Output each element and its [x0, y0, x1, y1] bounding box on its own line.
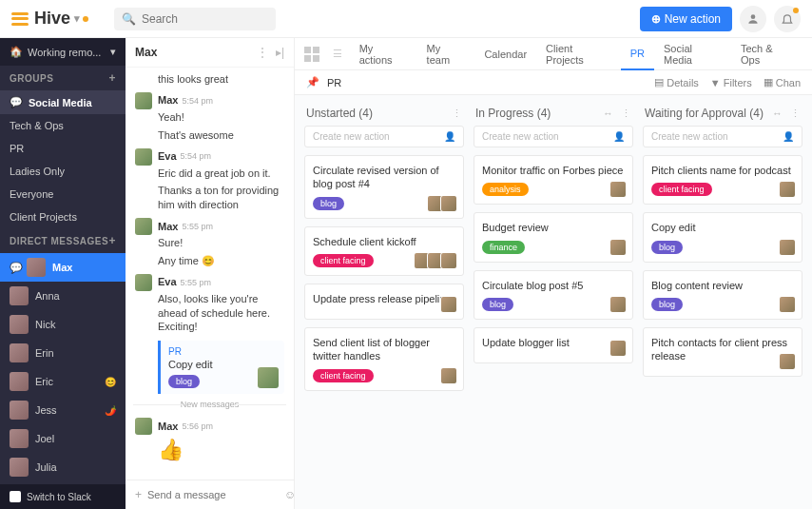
switch-to-slack[interactable]: Switch to Slack [0, 484, 126, 509]
chat-message: Any time 😊 [126, 253, 294, 271]
action-card[interactable]: Schedule client kickoffclient facing [304, 226, 464, 276]
sidebar-dm[interactable]: Julia [0, 453, 126, 481]
bell-icon[interactable] [774, 6, 801, 32]
plus-icon: ⊕ [651, 12, 661, 26]
collapse-icon[interactable]: ▸| [276, 46, 284, 59]
assignee-icon[interactable]: 👤 [783, 131, 794, 142]
tab[interactable]: Calendar [474, 38, 536, 70]
sidebar-dm[interactable]: Erin [0, 339, 126, 367]
status-text: Working remo... [28, 47, 101, 58]
action-card[interactable]: Send client list of blogger twitter hand… [304, 327, 464, 391]
details-button[interactable]: ▤Details [654, 76, 699, 88]
add-dm-icon[interactable]: + [108, 234, 116, 247]
avatar [10, 372, 29, 391]
action-card-message[interactable]: PRCopy editblog [158, 341, 284, 394]
sidebar-group[interactable]: Tech & Ops [0, 114, 126, 137]
sidebar-group[interactable]: Client Projects [0, 206, 126, 228]
chevron-down-icon[interactable]: ▾ [74, 12, 80, 25]
action-card[interactable]: Circulate blog post #5blog [474, 270, 633, 320]
tab[interactable]: My actions [350, 38, 417, 70]
board-column: Unstarted (4)⋮Create new action👤Circulat… [304, 105, 464, 499]
hive-logo-icon [11, 12, 29, 26]
column-action-icon[interactable]: ⋮ [452, 108, 462, 120]
avatar [779, 353, 796, 370]
tab[interactable]: My team [417, 38, 475, 70]
sidebar-dm[interactable]: Anna [0, 282, 126, 310]
more-icon[interactable]: ⋮ [257, 46, 268, 59]
assignee-icon[interactable]: 👤 [444, 131, 455, 142]
avatar [10, 315, 29, 334]
column-action-icon[interactable]: ↔ [603, 108, 613, 119]
sidebar-dm[interactable]: Eric😊 [0, 367, 126, 396]
message-input-bar[interactable]: + ☺ [126, 480, 294, 509]
tab[interactable]: Tech & Ops [731, 38, 802, 70]
main-panel: ☰ My actionsMy teamCalendarClient Projec… [295, 38, 812, 509]
action-card[interactable]: Blog content reviewblog [643, 270, 802, 320]
new-action-button[interactable]: ⊕ New action [640, 7, 732, 31]
avatar [609, 296, 627, 313]
column-action-icon[interactable]: ⋮ [790, 108, 801, 120]
chat-header: Max ⋮ ▸| [126, 38, 294, 68]
pin-icon[interactable]: 📌 [306, 76, 319, 88]
column-header: Waiting for Approval (4)↔⋮ [643, 105, 802, 126]
sidebar-group[interactable]: Ladies Only [0, 160, 126, 183]
new-messages-divider: New messages [126, 400, 294, 409]
action-card[interactable]: Circulate revised version of blog post #… [304, 155, 464, 219]
sidebar-dm[interactable]: Joel [0, 424, 126, 453]
sidebar-dm[interactable]: Jess🌶️ [0, 396, 126, 424]
notification-dot [793, 8, 799, 13]
create-action-input[interactable]: Create new action👤 [474, 126, 633, 147]
action-card[interactable]: Pitch clients name for podcastclient fac… [643, 155, 802, 205]
list-view-icon[interactable]: ☰ [333, 48, 342, 60]
action-card[interactable]: Budget reviewfinance [474, 212, 633, 262]
board-column: Waiting for Approval (4)↔⋮Create new act… [643, 105, 802, 499]
column-action-icon[interactable]: ⋮ [621, 108, 631, 120]
create-action-input[interactable]: Create new action👤 [643, 126, 802, 147]
assignee-icon[interactable]: 👤 [613, 131, 625, 142]
action-card[interactable]: Pitch contacts for client press release [643, 327, 802, 378]
create-action-input[interactable]: Create new action👤 [304, 126, 464, 147]
tab[interactable]: Client Projects [536, 38, 621, 70]
chat-message: Eva5:55 pmAlso, looks like you're ahead … [126, 271, 294, 338]
avatar [609, 239, 627, 256]
filters-button[interactable]: ▼Filters [710, 77, 752, 88]
action-card[interactable]: Update press release pipeline [304, 284, 464, 320]
avatar [440, 252, 457, 269]
add-group-icon[interactable]: + [108, 71, 116, 85]
avatar [440, 367, 457, 384]
change-button[interactable]: ▦Chan [764, 76, 801, 88]
column-action-icon[interactable]: ↔ [772, 108, 783, 119]
logo[interactable]: Hive ▾ [11, 9, 114, 29]
message-input[interactable] [147, 489, 279, 500]
avatar [440, 195, 457, 212]
status-icon: 🏠 [10, 46, 23, 58]
attach-icon[interactable]: + [135, 488, 142, 501]
tab[interactable]: Social Media [654, 38, 731, 70]
sidebar-dm[interactable]: 💬Max [0, 253, 126, 282]
project-name: PR [327, 77, 341, 88]
action-card[interactable]: Copy editblog [643, 212, 802, 262]
board-column: In Progress (4)↔⋮Create new action👤Monit… [474, 105, 633, 499]
avatar [27, 258, 46, 277]
column-header: Unstarted (4)⋮ [304, 105, 464, 126]
user-icon[interactable] [740, 6, 766, 32]
tab[interactable]: PR [621, 38, 654, 70]
search-input[interactable] [142, 12, 268, 26]
sidebar-dm[interactable]: Nick [0, 310, 126, 339]
action-card[interactable]: Update blogger list [474, 327, 633, 363]
groups-header: GROUPS + [0, 66, 126, 90]
chat-message: this looks great [126, 71, 294, 89]
avatar [10, 429, 29, 448]
sidebar-group[interactable]: PR [0, 137, 126, 160]
action-card[interactable]: Monitor traffic on Forbes pieceanalysis [474, 155, 633, 205]
avatar [135, 92, 152, 109]
status-selector[interactable]: 🏠 Working remo... ▾ [0, 38, 126, 66]
search-bar[interactable]: 🔍 [114, 8, 276, 30]
sidebar-group[interactable]: 💬Social Media [0, 90, 126, 114]
sidebar-group[interactable]: Everyone [0, 183, 126, 206]
avatar [10, 458, 29, 477]
grid-view-icon[interactable] [304, 47, 319, 62]
dm-header: DIRECT MESSAGES + [0, 228, 126, 253]
chevron-down-icon: ▾ [110, 46, 116, 58]
avatar [779, 181, 796, 198]
